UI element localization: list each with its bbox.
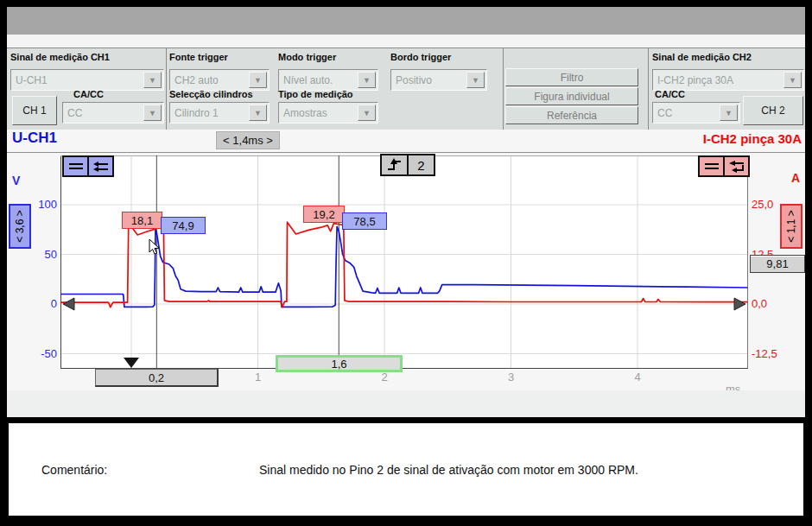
cylinder-select-label: Selecção cilindros	[169, 89, 253, 99]
left-axis-tick-label: -50	[17, 347, 57, 360]
titlebar	[7, 7, 805, 35]
trace-ch2	[60, 222, 748, 307]
ch1-scale-icons[interactable]	[62, 155, 114, 177]
chevron-down-icon[interactable]: ▼	[466, 72, 485, 88]
single-frame-button[interactable]: Figura individual	[505, 87, 638, 105]
trigger-position-marker[interactable]	[124, 358, 139, 368]
trigger-edge-label: Bordo trigger	[390, 52, 451, 62]
chevron-down-icon[interactable]: ▼	[249, 105, 267, 121]
ch1-zero-marker[interactable]	[63, 298, 74, 310]
chevron-down-icon[interactable]: ▼	[358, 105, 376, 121]
right-axis-unit: A	[791, 171, 800, 185]
ch1-button[interactable]: CH 1	[12, 96, 57, 125]
arrows-left-icon[interactable]	[87, 157, 112, 175]
panel-separator	[0, 417, 812, 423]
trigger-source-value: CH2 auto	[174, 74, 219, 86]
equal-lines-icon[interactable]	[700, 157, 723, 175]
x-axis-tick-label: 4	[627, 371, 648, 383]
trigger-level-box[interactable]: 9,81	[750, 255, 805, 273]
comment-text: Sinal medido no Pino 2 de sinal de ativa…	[259, 463, 638, 477]
ch1-coupling-label: CA/CC	[73, 89, 104, 99]
cylinder-select-value: Cilindro 1	[174, 107, 219, 119]
chevron-down-icon[interactable]: ▼	[783, 72, 802, 88]
ch2-signal-label: Sinal de medição CH2	[652, 52, 752, 62]
titlebar-strip	[7, 35, 805, 48]
arrows-swap-icon[interactable]	[723, 157, 748, 175]
trigger-source-label: Fonte trigger	[169, 52, 228, 62]
x-axis-tick-label: 2	[374, 371, 395, 383]
trigger-edge-icon	[382, 155, 407, 174]
filter-button[interactable]: Filtro	[505, 68, 638, 86]
ch1-coupling-select[interactable]: CC ▼	[62, 102, 164, 124]
trigger-mode-value: Nível auto.	[283, 74, 333, 86]
x-axis-tick-label: 1	[248, 371, 269, 383]
ch2-button[interactable]: CH 2	[743, 96, 803, 125]
measure-type-value: Amostras	[283, 107, 327, 119]
ch2-signal-select[interactable]: I-CH2 pinça 30A ▼	[652, 69, 804, 91]
ch2-coupling-select[interactable]: CC ▼	[652, 102, 740, 124]
cursor-time-box[interactable]: 0,2	[95, 369, 219, 387]
ch1-signal-select[interactable]: U-CH1 ▼	[10, 69, 164, 91]
chart-header-divider	[7, 152, 805, 153]
timebase-badge[interactable]: < 1,4ms >	[216, 131, 280, 149]
equal-lines-icon[interactable]	[64, 157, 87, 175]
cylinder-select[interactable]: Cilindro 1 ▼	[169, 102, 270, 124]
left-axis-unit: V	[12, 174, 20, 187]
ch2-zero-marker[interactable]	[734, 298, 745, 310]
ch2-coupling-label: CA/CC	[655, 89, 685, 99]
ch2-scale-badge[interactable]: < 1,1 >	[780, 204, 802, 249]
ch2-scale-icons[interactable]	[698, 155, 750, 177]
ch1-signal-label: Sinal de medição CH1	[10, 52, 110, 62]
measure-type-label: Tipo de medição	[278, 89, 353, 99]
measurement-label-ch1[interactable]: 74,9	[161, 217, 206, 234]
chevron-down-icon[interactable]: ▼	[720, 105, 738, 121]
toolbar-separator	[648, 48, 649, 130]
cursor-time-box[interactable]: 1,6	[276, 355, 403, 372]
ch2-signal-value: I-CH2 pinça 30A	[657, 74, 733, 86]
chevron-down-icon[interactable]: ▼	[358, 72, 376, 88]
left-axis-tick-label: 50	[17, 248, 57, 261]
lower-gray-band	[7, 390, 805, 417]
comment-label: Comentário:	[41, 463, 107, 477]
toolbar-separator	[503, 48, 504, 130]
measurement-label-ch2[interactable]: 19,2	[303, 206, 345, 223]
ch1-scale-badge[interactable]: < 3,6 >	[9, 204, 31, 249]
measure-type-select[interactable]: Amostras ▼	[278, 102, 378, 124]
ch2-title: I-CH2 pinça 30A	[703, 131, 802, 146]
left-axis-tick-label: 0	[17, 297, 57, 310]
trigger-mode-select[interactable]: Nível auto. ▼	[278, 69, 378, 91]
ch1-coupling-value: CC	[67, 107, 82, 119]
ch1-title: U-CH1	[12, 130, 57, 147]
right-axis-tick-label: -12,5	[752, 347, 800, 360]
chevron-down-icon[interactable]: ▼	[143, 72, 162, 88]
mouse-cursor	[149, 238, 161, 256]
x-axis-tick-label: 3	[501, 371, 522, 383]
trigger-indicator[interactable]: 2	[380, 154, 435, 176]
reference-button[interactable]: Referência	[505, 106, 638, 124]
trigger-mode-label: Modo trigger	[278, 52, 336, 62]
oscilloscope-plot[interactable]	[60, 155, 748, 369]
chevron-down-icon[interactable]: ▼	[249, 72, 267, 88]
trigger-edge-value: Positivo	[396, 74, 432, 86]
ch1-signal-value: U-CH1	[16, 74, 48, 86]
chevron-down-icon[interactable]: ▼	[143, 105, 162, 121]
right-axis-tick-label: 0,0	[752, 297, 800, 310]
toolbar-separator	[166, 48, 167, 130]
trigger-channel-number: 2	[407, 155, 434, 174]
app-window: Sinal de medição CH1 U-CH1 ▼ CH 1 CA/CC …	[0, 0, 812, 526]
trigger-source-select[interactable]: CH2 auto ▼	[169, 69, 270, 91]
ch2-coupling-value: CC	[657, 107, 672, 119]
trigger-edge-select[interactable]: Positivo ▼	[390, 69, 487, 91]
measurement-label-ch2[interactable]: 18,1	[122, 212, 162, 229]
measurement-label-ch1[interactable]: 78,5	[342, 212, 387, 230]
